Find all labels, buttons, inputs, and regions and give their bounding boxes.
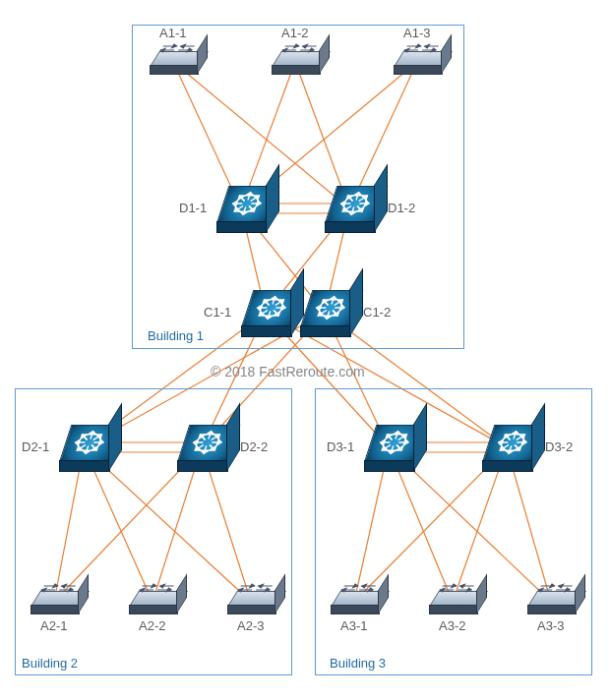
node-label: A2-3: [237, 618, 264, 633]
node-label: A2-2: [139, 618, 165, 633]
node-label: C1-2: [363, 305, 391, 320]
node-label: D1-2: [388, 201, 415, 215]
node-label: A3-1: [340, 618, 367, 633]
node-label: A1-1: [159, 26, 186, 40]
node-label: D3-2: [545, 439, 573, 454]
node-label: A3-3: [537, 618, 564, 633]
building-3-label: Building 3: [330, 656, 386, 671]
node-label: A3-2: [439, 618, 465, 633]
building-2-label: Building 2: [22, 656, 78, 671]
building-1-box: [132, 25, 464, 349]
node-label: A1-3: [403, 26, 430, 40]
node-label: A1-2: [281, 26, 308, 40]
building-1-label: Building 1: [148, 328, 204, 343]
node-label: D2-2: [240, 439, 268, 454]
node-label: D1-1: [179, 201, 207, 215]
diagram-stage: Building 1 Building 2 Building 3 © 2018 …: [0, 0, 610, 700]
node-label: D3-1: [327, 439, 354, 454]
watermark: © 2018 FastReroute.com: [211, 364, 365, 379]
node-label: C1-1: [204, 305, 231, 320]
node-label: D2-1: [22, 439, 49, 454]
node-label: A2-1: [40, 618, 67, 633]
